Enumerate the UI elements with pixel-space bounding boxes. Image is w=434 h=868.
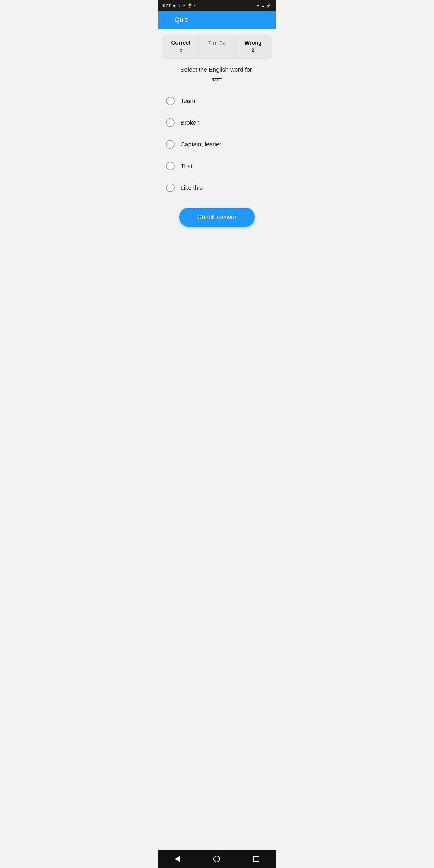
radio-circle-2 — [166, 119, 175, 127]
battery-icon: ⚡ — [266, 3, 271, 8]
correct-value: 5 — [179, 47, 182, 53]
radio-circle-4 — [166, 162, 175, 170]
question-prompt: Select the English word for: — [163, 66, 271, 73]
wifi-icon: ▼ — [256, 3, 260, 8]
option-item-5[interactable]: Like this — [163, 177, 271, 198]
option-item-2[interactable]: Broken — [163, 112, 271, 133]
status-left: 9:57 ◀ ⊙ M 🏆 • — [163, 3, 195, 8]
correct-section: Correct 5 — [163, 35, 199, 58]
nav-recents-button[interactable] — [253, 856, 259, 862]
status-right: ▼ ▲ ⚡ — [256, 3, 271, 8]
option-label-3: Captain, leader — [181, 141, 221, 148]
option-label-5: Like this — [181, 184, 203, 191]
option-label-4: That — [181, 163, 193, 170]
wrong-section: Wrong 2 — [235, 35, 271, 58]
option-label-2: Broken — [181, 119, 199, 126]
app-bar: ← Quiz — [158, 11, 276, 29]
back-button[interactable]: ← — [163, 16, 170, 24]
radio-circle-3 — [166, 140, 175, 149]
question-word: भग्न — [163, 76, 271, 84]
question-area: Select the English word for: भग्न — [158, 58, 276, 87]
app-bar-title: Quiz — [175, 16, 188, 24]
radio-circle-5 — [166, 184, 175, 192]
option-label-1: Team — [181, 98, 195, 104]
check-answer-button[interactable]: Check answer — [179, 208, 255, 227]
options-list: TeamBrokenCaptain, leaderThatLike this — [158, 87, 276, 205]
option-item-3[interactable]: Captain, leader — [163, 133, 271, 155]
dot-icon: • — [194, 3, 195, 8]
status-time: 9:57 — [163, 3, 170, 8]
mail-icon: M — [182, 3, 186, 8]
wrong-label: Wrong — [244, 40, 261, 46]
nav-back-button[interactable] — [175, 856, 180, 862]
correct-label: Correct — [171, 40, 190, 46]
progress-section: 7 of 34 — [199, 35, 235, 58]
progress-label: 7 of 34 — [208, 40, 226, 47]
radio-circle-1 — [166, 97, 175, 105]
status-bar: 9:57 ◀ ⊙ M 🏆 • ▼ ▲ ⚡ — [158, 0, 276, 11]
signal-icon: ▲ — [261, 3, 265, 8]
option-item-1[interactable]: Team — [163, 90, 271, 112]
nav-home-button[interactable] — [213, 856, 220, 862]
score-bar: Correct 5 7 of 34 Wrong 2 — [163, 35, 271, 58]
location-icon: ◀ — [173, 3, 176, 8]
trophy-icon: 🏆 — [187, 3, 192, 8]
wrong-value: 2 — [252, 47, 255, 53]
option-item-4[interactable]: That — [163, 155, 271, 177]
beacon-icon: ⊙ — [177, 3, 181, 8]
nav-bar — [158, 850, 276, 868]
